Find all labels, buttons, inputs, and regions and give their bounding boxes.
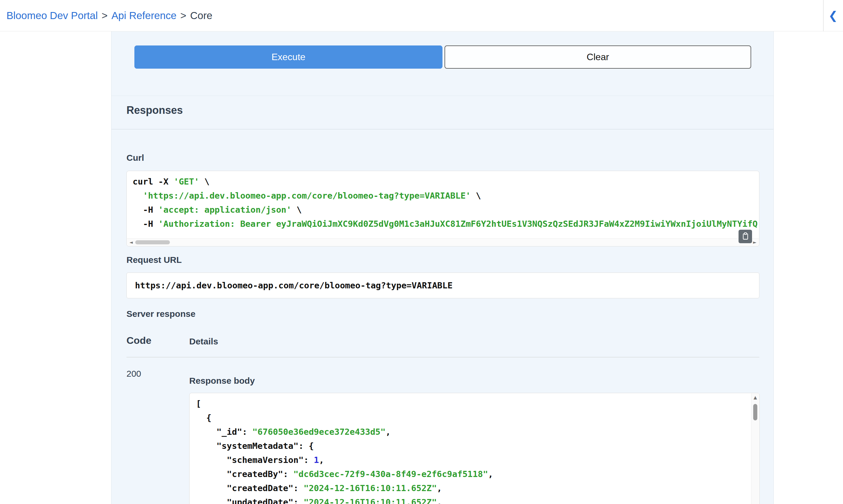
details-column-header: Details	[189, 337, 218, 346]
try-out-actions: Execute Clear	[134, 46, 751, 69]
request-url-value: https://api.dev.bloomeo-app.com/core/blo…	[135, 281, 453, 290]
responses-section-title: Responses	[126, 104, 183, 116]
scroll-up-icon[interactable]: ▲	[751, 395, 759, 400]
copy-curl-button[interactable]	[738, 230, 752, 243]
clipboard-icon	[741, 232, 749, 241]
response-body-json: [ { "_id": "676050e36ed9ece372e433d5", "…	[190, 393, 759, 504]
top-header: Bloomeo Dev Portal > Api Reference > Cor…	[0, 0, 843, 31]
breadcrumb-link-dev-portal[interactable]: Bloomeo Dev Portal	[6, 10, 98, 21]
breadcrumb-link-api-reference[interactable]: Api Reference	[111, 10, 177, 21]
curl-horizontal-scrollbar[interactable]: ◄ ►	[127, 238, 759, 246]
response-vertical-scrollbar[interactable]: ▲	[751, 393, 759, 504]
scroll-left-icon[interactable]: ◄	[129, 238, 133, 246]
scroll-right-icon[interactable]: ►	[753, 238, 756, 246]
responses-divider	[111, 129, 773, 129]
response-status-code: 200	[126, 369, 141, 379]
table-header-divider	[126, 357, 759, 357]
breadcrumb-separator: >	[180, 10, 186, 21]
operation-panel: Execute Clear Responses Curl curl -X 'GE…	[111, 31, 774, 504]
vscroll-thumb[interactable]	[753, 404, 757, 420]
request-url-label: Request URL	[126, 255, 182, 265]
curl-code-block: curl -X 'GET' \ 'https://api.dev.bloomeo…	[126, 171, 759, 247]
clear-button[interactable]: Clear	[445, 46, 751, 69]
response-body-block: [ { "_id": "676050e36ed9ece372e433d5", "…	[189, 393, 760, 504]
collapse-panel-button[interactable]: ❮	[824, 10, 843, 21]
response-body-label: Response body	[189, 376, 255, 386]
execute-button[interactable]: Execute	[134, 46, 443, 69]
curl-command: curl -X 'GET' \ 'https://api.dev.bloomeo…	[127, 171, 759, 238]
hscroll-thumb[interactable]	[135, 240, 170, 245]
code-column-header: Code	[126, 335, 151, 346]
breadcrumb-current-core: Core	[190, 10, 212, 21]
chevron-left-icon: ❮	[828, 9, 838, 22]
curl-label: Curl	[126, 153, 144, 163]
breadcrumb-separator: >	[102, 10, 107, 21]
request-url-box: https://api.dev.bloomeo-app.com/core/blo…	[126, 272, 759, 298]
topbar-right: ❮	[823, 0, 843, 31]
breadcrumb: Bloomeo Dev Portal > Api Reference > Cor…	[0, 10, 212, 21]
server-response-label: Server response	[126, 309, 195, 319]
